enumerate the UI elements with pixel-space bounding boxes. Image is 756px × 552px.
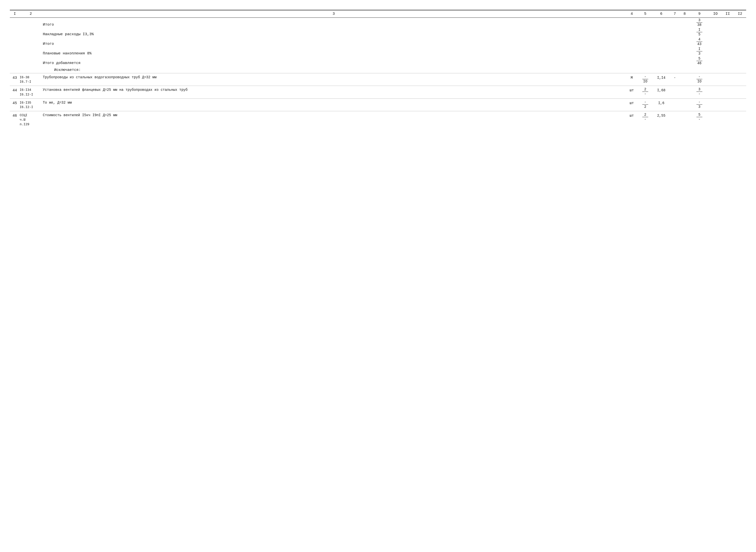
summary-label: Накладные расходы I3,3% xyxy=(42,32,626,36)
summary-row: Итого 4 43 xyxy=(10,37,746,46)
summary-col9: 5 46 xyxy=(690,56,709,65)
row-unit: М xyxy=(626,75,638,80)
row-col5: 2 - xyxy=(638,113,653,121)
summary-col9: I 3 xyxy=(690,47,709,55)
row-col8 xyxy=(680,87,690,88)
summary-label: Итого xyxy=(42,23,626,27)
col-header-10: IO xyxy=(709,12,722,16)
col-header-4: 4 xyxy=(626,12,638,16)
col-header-5: 5 xyxy=(638,12,653,16)
row-col7 xyxy=(670,87,680,88)
col-header-3: 3 xyxy=(42,12,626,16)
row-col7: - xyxy=(670,75,680,80)
summary-label: Итого добавляется xyxy=(42,61,626,65)
row-col9: - IO xyxy=(690,75,709,84)
row-code: ССЦIч.Шп.I29 xyxy=(20,113,42,127)
summary-col9: 3 38 xyxy=(690,18,709,27)
row-desc: Трубопроводы из стальных водогазопроводн… xyxy=(42,75,626,80)
summary-col9: I 5 xyxy=(690,28,709,36)
row-unit: шт xyxy=(626,100,638,105)
row-col5: - IO xyxy=(638,75,653,84)
table-row: 43I6-38I6.7-IТрубопроводы из стальных во… xyxy=(10,74,746,85)
col-header-6: 6 xyxy=(653,12,670,16)
row-col7 xyxy=(670,100,680,101)
summary-label: Итого xyxy=(42,42,626,46)
summary-row: Плановые накопления 8% I 3 xyxy=(10,46,746,56)
col-header-12: I2 xyxy=(734,12,746,16)
page-header xyxy=(10,7,746,8)
row-col6: 2,55 xyxy=(653,113,670,118)
table-row: 45I6-I35I6.I2-IТо же, Д=32 ммшт - 2 I,6 … xyxy=(10,99,746,111)
col-header-1: I xyxy=(10,12,20,16)
row-desc: То же, Д=32 мм xyxy=(42,100,626,105)
row-num: 45 xyxy=(10,100,20,105)
col-header-11: II xyxy=(722,12,734,16)
row-col6: I,I4 xyxy=(653,75,670,80)
row-col8 xyxy=(680,113,690,114)
row-separator xyxy=(10,86,746,86)
row-col9: 3 - xyxy=(690,87,709,96)
col-header-8: 8 xyxy=(680,12,690,16)
row-col6: I,68 xyxy=(653,87,670,92)
summary-col9: 4 43 xyxy=(690,37,709,46)
row-col5: 2 - xyxy=(638,87,653,96)
summary-label: Плановые накопления 8% xyxy=(42,51,626,55)
summary-rows: Итого 3 38 Накладные расходы I3,3% I 5 И… xyxy=(10,18,746,73)
row-num: 43 xyxy=(10,75,20,80)
row-desc: Установка вентилей фланцевых Д=25 мм на … xyxy=(42,87,626,93)
row-unit: шт xyxy=(626,87,638,92)
row-code: I6-38I6.7-I xyxy=(20,75,42,84)
row-separator xyxy=(10,111,746,111)
row-code: I6-I35I6.I2-I xyxy=(20,100,42,110)
summary-row: Накладные расходы I3,3% I 5 xyxy=(10,27,746,37)
table-row: 44I6-I34I6.I2-IУстановка вентилей фланце… xyxy=(10,87,746,98)
row-col5: - 2 xyxy=(638,100,653,109)
row-col9: - 3 xyxy=(690,100,709,109)
row-code: I6-I34I6.I2-I xyxy=(20,87,42,97)
column-headers: I 2 3 4 5 6 7 8 9 IO II I2 xyxy=(10,10,746,18)
row-col9: 5 - xyxy=(690,113,709,121)
col-header-7: 7 xyxy=(670,12,680,16)
row-col7 xyxy=(670,113,680,114)
summary-row: Итого добавляется 5 46 xyxy=(10,56,746,66)
row-col8 xyxy=(680,100,690,101)
row-num: 44 xyxy=(10,87,20,93)
row-desc: Стоимость вентилей I5кч I9пI Д=25 мм xyxy=(42,113,626,118)
summary-row: Исключается: xyxy=(10,66,746,73)
row-num: 46 xyxy=(10,113,20,118)
row-col6: I,6 xyxy=(653,100,670,105)
col-header-9: 9 xyxy=(690,12,709,16)
summary-row: Итого 3 38 xyxy=(10,18,746,27)
row-unit: шт xyxy=(626,113,638,118)
table-row: 46ССЦIч.Шп.I29Стоимость вентилей I5кч I9… xyxy=(10,112,746,128)
data-rows: 43I6-38I6.7-IТрубопроводы из стальных во… xyxy=(10,73,746,128)
summary-label: Исключается: xyxy=(42,68,626,72)
row-col8 xyxy=(680,75,690,76)
col-header-2: 2 xyxy=(20,12,42,16)
